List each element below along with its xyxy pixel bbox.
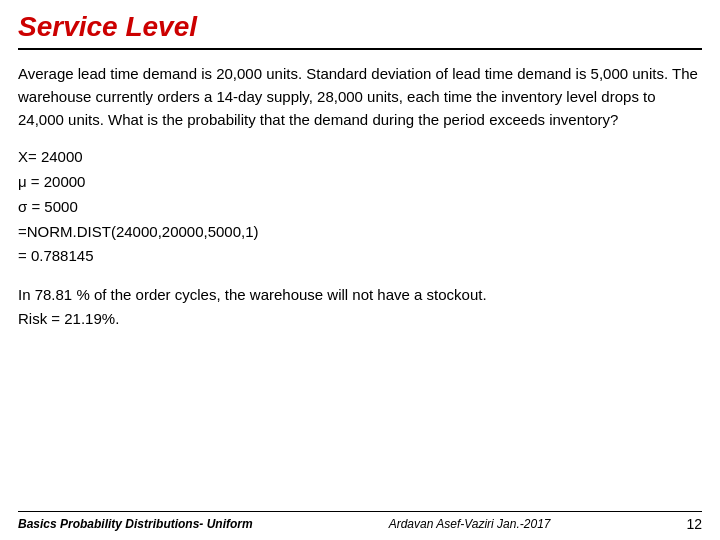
footer-center: Ardavan Asef-Vaziri Jan.-2017 [389, 517, 551, 531]
result-line-2: Risk = 21.19%. [18, 310, 119, 327]
body-paragraph: Average lead time demand is 20,000 units… [18, 62, 702, 132]
var-line-2: μ = 20000 [18, 170, 702, 195]
result-line-1: In 78.81 % of the order cycles, the ware… [18, 286, 487, 303]
footer-right: 12 [686, 516, 702, 532]
result-block: In 78.81 % of the order cycles, the ware… [18, 283, 702, 331]
footer: Basics Probability Distributions- Unifor… [18, 511, 702, 532]
var-line-4: =NORM.DIST(24000,20000,5000,1) [18, 220, 702, 245]
title-divider [18, 48, 702, 50]
variables-block: X= 24000 μ = 20000 σ = 5000 =NORM.DIST(2… [18, 145, 702, 269]
var-line-1: X= 24000 [18, 145, 702, 170]
var-line-3: σ = 5000 [18, 195, 702, 220]
page-title: Service Level [18, 10, 702, 44]
var-line-5: = 0.788145 [18, 244, 702, 269]
footer-left: Basics Probability Distributions- Unifor… [18, 517, 253, 531]
page-container: Service Level Average lead time demand i… [0, 0, 720, 540]
